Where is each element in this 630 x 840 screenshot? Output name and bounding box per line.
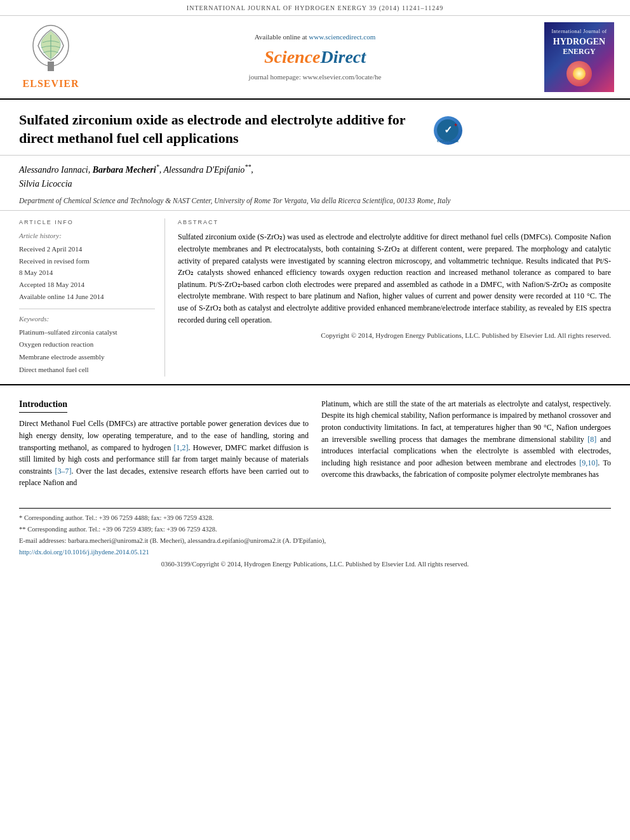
article-title: Sulfated zirconium oxide as electrode an… (19, 111, 432, 147)
article-title-section: Sulfated zirconium oxide as electrode an… (0, 100, 630, 156)
history-label: Article history: (19, 231, 155, 241)
body-two-col: Introduction Direct Methanol Fuel Cells … (19, 398, 611, 489)
article-info-abstract: ARTICLE INFO Article history: Received 2… (0, 210, 630, 384)
footnote-doi: http://dx.doi.org/10.1016/j.ijhydene.201… (19, 547, 611, 558)
sciencedirect-logo: ScienceDirect (264, 44, 366, 69)
received-revised-date: 8 May 2014 (19, 267, 155, 279)
keywords-label: Keywords: (19, 314, 155, 324)
journal-cover-area: International Journal of HYDROGEN ENERGY (541, 22, 617, 92)
article-info-column: ARTICLE INFO Article history: Received 2… (19, 218, 165, 377)
footnote-2: ** Corresponding author. Tel.: +39 06 72… (19, 524, 611, 535)
doi-link[interactable]: http://dx.doi.org/10.1016/j.ijhydene.201… (19, 549, 149, 556)
authors-list: Alessandro Iannaci, Barbara Mecheri*, Al… (19, 162, 611, 191)
footnote-email: E-mail addresses: barbara.mecheri@unirom… (19, 535, 611, 547)
keyword-4: Direct methanol fuel cell (19, 364, 155, 377)
keywords-block: Keywords: Platinum–sulfated zirconia cat… (19, 314, 155, 377)
abstract-copyright: Copyright © 2014, Hydrogen Energy Public… (178, 331, 611, 340)
header-center: Available online at www.sciencedirect.co… (95, 22, 535, 92)
accepted-date: Accepted 18 May 2014 (19, 279, 155, 291)
available-online-date: Available online 14 June 2014 (19, 291, 155, 303)
intro-right-text: Platinum, which are still the state of t… (321, 398, 611, 481)
article-info-heading: ARTICLE INFO (19, 218, 155, 227)
cover-energy-label: ENERGY (563, 46, 595, 57)
crossmark-area: ✓ + CrossMark (432, 114, 464, 146)
crossmark-icon: ✓ + CrossMark (434, 116, 462, 145)
keyword-3: Membrane electrode assembly (19, 351, 155, 364)
body-right-col: Platinum, which are still the state of t… (321, 398, 611, 489)
available-online-text: Available online at www.sciencedirect.co… (255, 32, 376, 42)
journal-title-bar: INTERNATIONAL JOURNAL OF HYDROGEN ENERGY… (187, 4, 443, 11)
received-date: Received 2 April 2014 (19, 243, 155, 255)
svg-text:✓: ✓ (444, 124, 452, 135)
introduction-heading: Introduction (19, 398, 67, 413)
journal-header-bar: INTERNATIONAL JOURNAL OF HYDROGEN ENERGY… (0, 0, 630, 16)
footnotes-section: * Corresponding author. Tel.: +39 06 725… (19, 508, 611, 557)
sciencedirect-url[interactable]: www.sciencedirect.com (309, 33, 375, 41)
body-section: Introduction Direct Methanol Fuel Cells … (0, 384, 630, 502)
keyword-1: Platinum–sulfated zirconia catalyst (19, 326, 155, 339)
keyword-2: Oxygen reduction reaction (19, 338, 155, 351)
abstract-heading: ABSTRACT (178, 218, 611, 227)
article-history-block: Article history: Received 2 April 2014 R… (19, 231, 155, 302)
received-revised-label: Received in revised form (19, 255, 155, 267)
authors-section: Alessandro Iannaci, Barbara Mecheri*, Al… (0, 156, 630, 210)
journal-cover: International Journal of HYDROGEN ENERGY (544, 22, 614, 92)
elsevier-wordmark: ELSEVIER (23, 77, 79, 91)
cover-hydrogen-label: HYDROGEN (553, 37, 605, 46)
page-header: ELSEVIER Available online at www.science… (0, 16, 630, 100)
elsevier-tree-icon (29, 23, 73, 74)
affiliation-text: Department of Chemical Science and Techn… (19, 196, 611, 206)
abstract-text: Sulfated zirconium oxide (S-ZrO₂) was us… (178, 231, 611, 326)
info-divider (19, 309, 155, 309)
cover-intl-label: International Journal of (551, 28, 607, 35)
footer-copyright: 0360-3199/Copyright © 2014, Hydrogen Ene… (0, 557, 630, 575)
footnote-1: * Corresponding author. Tel.: +39 06 725… (19, 512, 611, 524)
body-left-col: Introduction Direct Methanol Fuel Cells … (19, 398, 309, 489)
elsevier-logo: ELSEVIER (13, 22, 89, 92)
intro-left-text: Direct Methanol Fuel Cells (DMFCs) are a… (19, 418, 309, 489)
journal-homepage-text: journal homepage: www.elsevier.com/locat… (249, 72, 382, 82)
abstract-column: ABSTRACT Sulfated zirconium oxide (S-ZrO… (178, 218, 611, 377)
svg-text:+: + (454, 122, 457, 128)
